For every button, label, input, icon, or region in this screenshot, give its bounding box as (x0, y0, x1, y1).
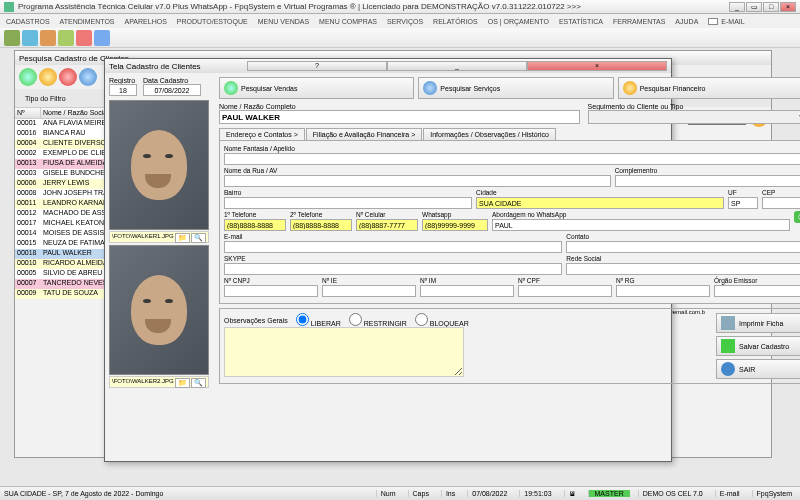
menu-ferramentas[interactable]: FERRAMENTAS (613, 18, 665, 25)
restore-button[interactable]: ▭ (746, 2, 762, 12)
save-icon (721, 339, 735, 353)
menu-servicos[interactable]: SERVIÇOS (387, 18, 423, 25)
photo1-zoom-icon[interactable]: 🔍 (191, 233, 206, 243)
contato-input[interactable] (566, 241, 800, 253)
client-form-dialog: Tela Cadastro de Clientes ? _ × Registro… (104, 58, 672, 462)
add-icon[interactable] (19, 68, 37, 86)
status-bar: SUA CIDADE - SP, 7 de Agosto de 2022 - D… (0, 486, 800, 500)
window-title: Programa Assistência Técnica Celular v7.… (18, 2, 729, 11)
tb-icon-5[interactable] (76, 30, 92, 46)
menu-os[interactable]: OS | ORÇAMENTO (488, 18, 549, 25)
status-master: MASTER (588, 490, 630, 497)
whatsapp-input[interactable] (422, 219, 488, 231)
status-system[interactable]: FpqSystem (752, 490, 796, 497)
pesquisar-financeiro-button[interactable]: Pesquisar Financeiro (618, 77, 800, 99)
maximize-button[interactable]: □ (763, 2, 779, 12)
menu-cadastros[interactable]: CADASTROS (6, 18, 50, 25)
tb-icon-1[interactable] (4, 30, 20, 46)
pesquisar-vendas-button[interactable]: Pesquisar Vendas (219, 77, 414, 99)
status-num: Num (376, 490, 400, 497)
menu-produto[interactable]: PRODUTO/ESTOQUE (177, 18, 248, 25)
window-titlebar: Programa Assistência Técnica Celular v7.… (0, 0, 800, 14)
bloquear-radio[interactable]: BLOQUEAR (415, 313, 469, 327)
dialog-minimize-button[interactable]: _ (387, 61, 527, 71)
menu-atendimentos[interactable]: ATENDIMENTOS (60, 18, 115, 25)
services-icon (423, 81, 437, 95)
salvar-cadastro-button[interactable]: Salvar Cadastro (716, 336, 800, 356)
menu-relatorios[interactable]: RELATÓRIOS (433, 18, 478, 25)
telefone1-input[interactable] (224, 219, 286, 231)
abordagem-input[interactable] (492, 219, 790, 231)
email-icon (708, 18, 718, 25)
pesquisar-servicos-button[interactable]: Pesquisar Serviços (418, 77, 613, 99)
whatsapp-icon[interactable]: ✆ (794, 211, 800, 223)
rg-input[interactable] (616, 285, 710, 297)
photo1-browse-icon[interactable]: 📁 (175, 233, 190, 243)
status-date: 07/08/2022 (467, 490, 511, 497)
im-input[interactable] (420, 285, 514, 297)
edit-icon[interactable] (39, 68, 57, 86)
uf-input[interactable] (728, 197, 758, 209)
dialog-help-button[interactable]: ? (247, 61, 387, 71)
status-email[interactable]: E-mail (715, 490, 744, 497)
status-caps: Caps (408, 490, 433, 497)
ie-input[interactable] (322, 285, 416, 297)
photo2-path: \FOTO\WALKER2.JPG (112, 378, 174, 386)
apelido-input[interactable] (224, 153, 800, 165)
telefone2-input[interactable] (290, 219, 352, 231)
registro-input[interactable] (109, 84, 137, 96)
restringir-radio[interactable]: RESTRINGIR (349, 313, 407, 327)
complemento-input[interactable] (615, 175, 800, 187)
client-photo-2 (109, 245, 209, 375)
rua-input[interactable] (224, 175, 611, 187)
print-icon (721, 316, 735, 330)
finance-icon (623, 81, 637, 95)
sales-icon (224, 81, 238, 95)
tab-filiacao[interactable]: Filiação e Avaliação Financeira > (306, 128, 422, 140)
menu-ajuda[interactable]: AJUDA (675, 18, 698, 25)
menu-email[interactable]: E-MAIL (708, 18, 744, 25)
photo2-browse-icon[interactable]: 📁 (175, 378, 190, 388)
email-input[interactable] (224, 241, 562, 253)
client-photo-1 (109, 100, 209, 230)
tb-icon-4[interactable] (58, 30, 74, 46)
tb-icon-2[interactable] (22, 30, 38, 46)
menu-estatistica[interactable]: ESTATÍSTICA (559, 18, 603, 25)
tab-endereco[interactable]: Endereço e Contatos > (219, 128, 305, 140)
cpf-input[interactable] (518, 285, 612, 297)
photo2-zoom-icon[interactable]: 🔍 (191, 378, 206, 388)
form-tabs: Endereço e Contatos > Filiação e Avaliaç… (219, 128, 800, 140)
skype-input[interactable] (224, 263, 562, 275)
tab-informacoes[interactable]: Informações / Observações / Histórico (423, 128, 556, 140)
dialog-close-button[interactable]: × (527, 61, 667, 71)
close-button[interactable]: × (780, 2, 796, 12)
cep-input[interactable] (762, 197, 800, 209)
imprimir-ficha-button[interactable]: Imprimir Ficha (716, 313, 800, 333)
celular-input[interactable] (356, 219, 418, 231)
minimize-button[interactable]: _ (729, 2, 745, 12)
delete-icon[interactable] (59, 68, 77, 86)
data-cadastro-input[interactable] (143, 84, 201, 96)
menu-vendas[interactable]: MENU VENDAS (258, 18, 309, 25)
observacoes-textarea[interactable] (224, 327, 464, 377)
photo1-path: \FOTO\WALKER1.JPG (112, 233, 174, 241)
sair-button[interactable]: SAIR (716, 359, 800, 379)
menu-aparelhos[interactable]: APARELHOS (125, 18, 167, 25)
rede-social-input[interactable] (566, 263, 800, 275)
app-icon (4, 2, 14, 12)
exit-icon[interactable] (79, 68, 97, 86)
nome-razao-input[interactable] (219, 110, 580, 124)
orgao-emissor-input[interactable] (714, 285, 800, 297)
liberar-radio[interactable]: LIBERAR (296, 313, 341, 327)
tb-icon-3[interactable] (40, 30, 56, 46)
tb-icon-6[interactable] (94, 30, 110, 46)
seguimento-select[interactable] (588, 110, 800, 124)
cnpj-input[interactable] (224, 285, 318, 297)
status-time: 19:51:03 (519, 490, 555, 497)
bairro-input[interactable] (224, 197, 472, 209)
client-form: Pesquisar Vendas Pesquisar Serviços Pesq… (213, 73, 800, 461)
menu-compras[interactable]: MENU COMPRAS (319, 18, 377, 25)
filter-type-label: Tipo do Filtro (25, 95, 66, 102)
cidade-input[interactable] (476, 197, 724, 209)
status-ins: Ins (441, 490, 459, 497)
